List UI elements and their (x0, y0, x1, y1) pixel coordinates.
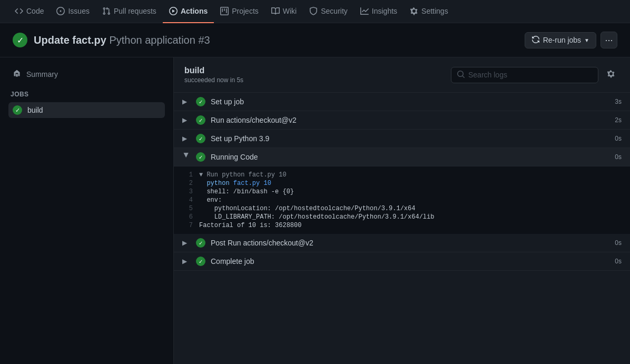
insights-icon (360, 7, 369, 15)
chevron-open-icon: ▶ (183, 153, 190, 161)
actions-icon (169, 7, 178, 15)
build-header: build succeeded now in 5s (174, 57, 630, 93)
jobs-section-label: Jobs (8, 91, 165, 98)
log-line-4: 4 env: (174, 196, 630, 204)
nav-insights[interactable]: Insights (354, 0, 403, 23)
search-logs-input[interactable] (468, 71, 593, 79)
build-header-right (451, 66, 619, 83)
log-content: ▼ Run python fact.py 10 (199, 171, 287, 179)
wiki-icon (271, 7, 280, 15)
nav-code-label: Code (26, 7, 44, 15)
log-line-7: 7 Factorial of 10 is: 3628800 (174, 221, 630, 230)
page-title: Update fact.py Python application #3 (34, 34, 210, 46)
line-number: 1 (182, 171, 199, 179)
log-content: Factorial of 10 is: 3628800 (199, 222, 301, 229)
rerun-jobs-button[interactable]: Re-run jobs ▼ (525, 32, 596, 48)
line-number: 4 (182, 196, 199, 204)
nav-settings-label: Settings (421, 7, 448, 15)
log-line-3: 3 shell: /bin/bash -e {0} (174, 188, 630, 196)
step-success-icon: ✓ (196, 152, 205, 162)
search-logs-container (451, 67, 598, 83)
projects-icon (220, 7, 229, 15)
step-name: Set up job (211, 97, 601, 106)
step-name: Run actions/checkout@v2 (211, 116, 601, 124)
step-row-setup-job[interactable]: ▶ ✓ Set up job 3s (174, 93, 630, 111)
nav-projects-label: Projects (232, 7, 259, 15)
nav-security[interactable]: Security (303, 0, 354, 23)
dots-icon: ··· (605, 35, 613, 46)
step-row-setup-python[interactable]: ▶ ✓ Set up Python 3.9 0s (174, 130, 630, 148)
line-number: 7 (182, 222, 199, 229)
more-options-button[interactable]: ··· (601, 32, 617, 48)
chevron-icon: ▶ (182, 116, 191, 124)
step-duration: 0s (606, 135, 622, 142)
nav-settings[interactable]: Settings (403, 0, 455, 23)
nav-projects[interactable]: Projects (214, 0, 265, 23)
step-success-icon: ✓ (196, 97, 205, 106)
step-name: Set up Python 3.9 (211, 134, 601, 143)
build-title: build (184, 66, 243, 75)
log-content: LD_LIBRARY_PATH: /opt/hostedtoolcache/Py… (199, 213, 434, 221)
log-content: env: (199, 196, 222, 204)
log-line-1: 1 ▼ Run python fact.py 10 (174, 171, 630, 179)
step-duration: 3s (606, 98, 622, 105)
pullrequest-icon (102, 7, 111, 15)
step-row-running-code[interactable]: ▶ ✓ Running Code 0s (174, 148, 630, 166)
log-line-6: 6 LD_LIBRARY_PATH: /opt/hostedtoolcache/… (174, 213, 630, 221)
sidebar: Summary Jobs ✓ build (0, 57, 174, 364)
nav-issues-label: Issues (68, 7, 89, 15)
line-number: 3 (182, 188, 199, 195)
nav-actions-label: Actions (181, 7, 208, 15)
page-header: ✓ Update fact.py Python application #3 R… (0, 23, 630, 57)
step-success-icon: ✓ (196, 115, 205, 125)
log-content: pythonLocation: /opt/hostedtoolcache/Pyt… (199, 205, 415, 212)
search-icon (457, 70, 465, 80)
step-duration: 2s (606, 116, 622, 124)
build-info: build succeeded now in 5s (184, 66, 243, 84)
nav-pullrequests[interactable]: Pull requests (96, 0, 163, 23)
line-number: 6 (182, 213, 199, 221)
jobs-section: Jobs ✓ build (8, 91, 165, 118)
step-name: Running Code (211, 153, 601, 161)
nav-code[interactable]: Code (8, 0, 50, 23)
sidebar-item-summary[interactable]: Summary (8, 66, 165, 82)
workflow-title-run: Python application #3 (109, 34, 210, 46)
log-content: python fact.py 10 (199, 180, 271, 187)
step-row-complete-job[interactable]: ▶ ✓ Complete job 0s (174, 252, 630, 271)
rerun-chevron-icon: ▼ (584, 37, 589, 43)
header-left: ✓ Update fact.py Python application #3 (13, 33, 210, 47)
step-row-checkout[interactable]: ▶ ✓ Run actions/checkout@v2 2s (174, 111, 630, 130)
log-content: shell: /bin/bash -e {0} (199, 188, 294, 195)
gear-icon (607, 70, 615, 80)
log-line-5: 5 pythonLocation: /opt/hostedtoolcache/P… (174, 204, 630, 213)
step-duration: 0s (606, 239, 622, 247)
code-icon (15, 7, 23, 15)
chevron-icon: ▶ (182, 239, 191, 247)
workflow-title-bold: Update fact.py (34, 34, 106, 46)
line-number: 2 (182, 180, 199, 187)
step-success-icon: ✓ (196, 238, 205, 248)
chevron-icon: ▶ (182, 258, 191, 265)
nav-actions[interactable]: Actions (163, 0, 214, 23)
settings-icon (410, 7, 418, 15)
chevron-icon: ▶ (182, 135, 191, 142)
nav-issues[interactable]: Issues (50, 0, 95, 23)
step-row-post-checkout[interactable]: ▶ ✓ Post Run actions/checkout@v2 0s (174, 234, 630, 252)
header-actions: Re-run jobs ▼ ··· (525, 32, 617, 48)
sidebar-item-build[interactable]: ✓ build (8, 102, 165, 118)
nav-pullrequests-label: Pull requests (114, 7, 156, 15)
nav-wiki[interactable]: Wiki (265, 0, 303, 23)
log-line-2: 2 python fact.py 10 (174, 179, 630, 188)
step-name: Complete job (211, 257, 601, 265)
rerun-label: Re-run jobs (543, 36, 581, 44)
sidebar-summary-label: Summary (26, 70, 58, 78)
step-duration: 0s (606, 153, 622, 161)
step-success-icon: ✓ (196, 134, 205, 143)
nav-wiki-label: Wiki (283, 7, 297, 15)
top-nav: Code Issues Pull requests Actions Projec… (0, 0, 630, 23)
run-status-icon: ✓ (13, 33, 27, 47)
step-duration: 0s (606, 258, 622, 265)
nav-security-label: Security (321, 7, 348, 15)
nav-insights-label: Insights (372, 7, 397, 15)
gear-button[interactable] (603, 66, 619, 83)
